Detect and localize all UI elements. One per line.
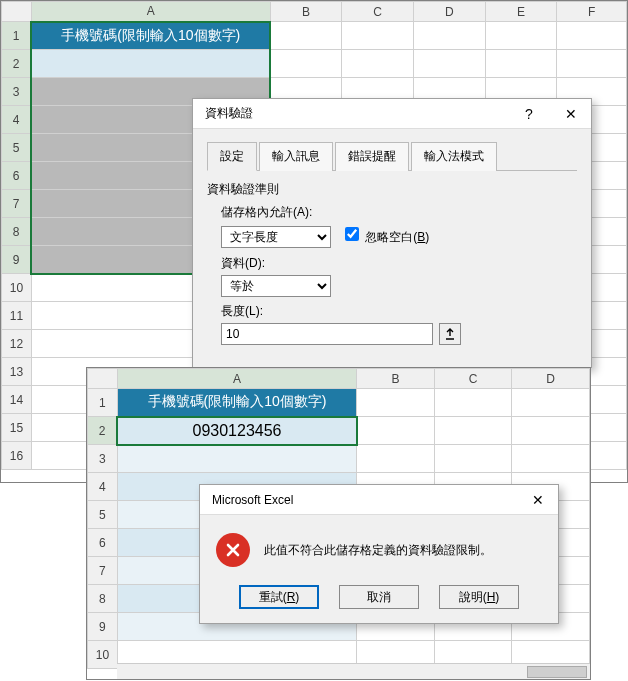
row-1[interactable]: 1 [2,22,32,50]
data-validation-dialog: 資料驗證 ? ✕ 設定 輸入訊息 錯誤提醒 輸入法模式 資料驗證準則 儲存格內允… [192,98,592,368]
row-5[interactable]: 5 [2,134,32,162]
r2-8[interactable]: 8 [88,585,118,613]
msgbox-titlebar[interactable]: Microsoft Excel ✕ [200,485,558,515]
row-6[interactable]: 6 [2,162,32,190]
row-13[interactable]: 13 [2,358,32,386]
r2-7[interactable]: 7 [88,557,118,585]
msgbox-title: Microsoft Excel [212,493,293,507]
row-16[interactable]: 16 [2,442,32,470]
col-C[interactable]: C [342,2,414,22]
cancel-button[interactable]: 取消 [339,585,419,609]
r2-2[interactable]: 2 [88,417,118,445]
error-icon [216,533,250,567]
dialog-tabs: 設定 輸入訊息 錯誤提醒 輸入法模式 [207,141,577,171]
table-header-cell[interactable]: 手機號碼(限制輸入10個數字) [31,22,270,50]
table-header-cell-2[interactable]: 手機號碼(限制輸入10個數字) [117,389,356,417]
row-14[interactable]: 14 [2,386,32,414]
row-11[interactable]: 11 [2,302,32,330]
col-D[interactable]: D [414,2,486,22]
row-7[interactable]: 7 [2,190,32,218]
row-2[interactable]: 2 [2,50,32,78]
tab-settings[interactable]: 設定 [207,142,257,171]
dialog-help-button[interactable]: ? [515,103,543,125]
data-select[interactable]: 等於 [221,275,331,297]
range-picker-button[interactable] [439,323,461,345]
tab-error[interactable]: 錯誤提醒 [335,142,409,171]
row-10[interactable]: 10 [2,274,32,302]
row-4[interactable]: 4 [2,106,32,134]
col-E[interactable]: E [485,2,557,22]
allow-label: 儲存格內允許(A): [221,204,577,221]
col-B[interactable]: B [270,2,342,22]
ignore-blank-input[interactable] [345,227,359,241]
tab-ime[interactable]: 輸入法模式 [411,142,497,171]
col2-A[interactable]: A [117,369,356,389]
length-label: 長度(L): [221,303,577,320]
error-message-box: Microsoft Excel ✕ 此值不符合此儲存格定義的資料驗證限制。 重試… [199,484,559,624]
r2-5[interactable]: 5 [88,501,118,529]
criteria-group-label: 資料驗證準則 [207,181,577,198]
r2-3[interactable]: 3 [88,445,118,473]
row-9[interactable]: 9 [2,246,32,274]
dialog-close-button[interactable]: ✕ [557,103,585,125]
tab-input-msg[interactable]: 輸入訊息 [259,142,333,171]
row-8[interactable]: 8 [2,218,32,246]
col2-C[interactable]: C [434,369,512,389]
msgbox-text: 此值不符合此儲存格定義的資料驗證限制。 [264,542,492,559]
dialog-titlebar[interactable]: 資料驗證 ? ✕ [193,99,591,129]
dialog-title: 資料驗證 [205,105,253,122]
row-3[interactable]: 3 [2,78,32,106]
select-all-2[interactable] [88,369,118,389]
col-F[interactable]: F [557,2,627,22]
r2-6[interactable]: 6 [88,529,118,557]
help-button[interactable]: 說明(H) [439,585,519,609]
row-15[interactable]: 15 [2,414,32,442]
msgbox-close-button[interactable]: ✕ [524,489,552,511]
active-cell-A2[interactable]: 0930123456 [117,417,356,445]
cell-A2[interactable] [31,50,270,78]
select-all-1[interactable] [2,2,32,22]
horizontal-scrollbar[interactable] [117,663,590,679]
row-12[interactable]: 12 [2,330,32,358]
ignore-blank-label: 忽略空白(B) [365,230,429,244]
r2-10[interactable]: 10 [88,641,118,669]
retry-button[interactable]: 重試(R) [239,585,319,609]
ignore-blank-checkbox[interactable]: 忽略空白(B) [341,224,429,246]
length-input[interactable] [221,323,433,345]
r2-1[interactable]: 1 [88,389,118,417]
col2-D[interactable]: D [512,369,590,389]
r2-9[interactable]: 9 [88,613,118,641]
range-picker-icon [444,328,456,340]
col2-B[interactable]: B [357,369,435,389]
scrollbar-thumb[interactable] [527,666,587,678]
r2-4[interactable]: 4 [88,473,118,501]
allow-select[interactable]: 文字長度 [221,226,331,248]
col-A[interactable]: A [31,2,270,22]
data-label: 資料(D): [221,255,577,272]
